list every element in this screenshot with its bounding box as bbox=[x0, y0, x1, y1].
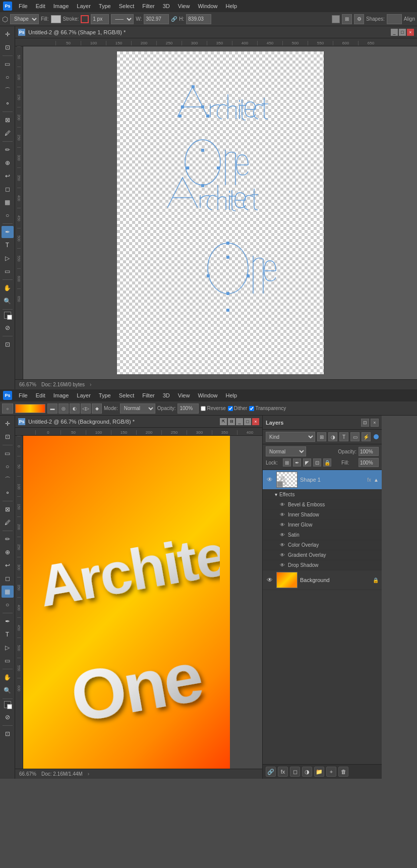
tool-dodge[interactable]: ○ bbox=[2, 209, 14, 221]
width-input[interactable] bbox=[144, 14, 169, 24]
tool-brush-b[interactable]: ✏ bbox=[2, 533, 14, 545]
menu-help-bottom[interactable]: Help bbox=[222, 391, 241, 399]
lock-artboard-btn[interactable]: ⊡ bbox=[313, 458, 321, 467]
tool-zoom-b[interactable]: 🔍 bbox=[2, 684, 14, 697]
tool-hand[interactable]: ✋ bbox=[2, 282, 14, 294]
effect-drop-shadow[interactable]: 👁 Drop Shadow bbox=[263, 560, 382, 570]
foreground-color-b[interactable] bbox=[4, 701, 11, 708]
menu-edit-bottom[interactable]: Edit bbox=[32, 391, 49, 399]
tool-crop-b[interactable]: ⊠ bbox=[2, 503, 14, 515]
layers-kind-select[interactable]: Kind bbox=[266, 432, 315, 442]
settings-icon[interactable]: ⚙ bbox=[354, 14, 364, 24]
tool-type-b[interactable]: T bbox=[2, 628, 14, 641]
tool-history-b[interactable]: ↩ bbox=[2, 559, 14, 571]
tool-marquee-rect-b[interactable]: ▭ bbox=[2, 447, 14, 459]
link-layers-btn[interactable]: 🔗 bbox=[266, 767, 276, 777]
new-fill-layer-btn[interactable]: ◑ bbox=[302, 767, 312, 777]
bottom-win-close[interactable]: × bbox=[252, 418, 259, 425]
top-win-restore[interactable]: □ bbox=[399, 29, 406, 36]
tool-gradient[interactable]: ▦ bbox=[2, 196, 14, 208]
tool-gradient-b[interactable]: ▦ bbox=[2, 586, 14, 598]
tool-shape[interactable]: ▭ bbox=[2, 265, 14, 277]
menu-3d-bottom[interactable]: 3D bbox=[159, 391, 173, 399]
arrange-icon[interactable]: ⊞ bbox=[342, 14, 352, 24]
effects-header[interactable]: ▾ Effects bbox=[263, 490, 382, 500]
menu-window-top[interactable]: Window bbox=[194, 2, 221, 10]
effect-inner-glow[interactable]: 👁 Inner Glow bbox=[263, 520, 382, 530]
menu-help-top[interactable]: Help bbox=[222, 2, 241, 10]
layer-background[interactable]: 👁 Background 🔒 bbox=[263, 570, 382, 590]
tool-marquee-ellipse-b[interactable]: ○ bbox=[2, 460, 14, 473]
tool-pen-b[interactable]: ✒ bbox=[2, 615, 14, 627]
filter-adjust-btn[interactable]: ◑ bbox=[328, 432, 337, 441]
dither-checkbox[interactable] bbox=[228, 406, 233, 411]
tool-hand-b[interactable]: ✋ bbox=[2, 671, 14, 683]
height-input[interactable] bbox=[186, 14, 211, 24]
menu-filter-top[interactable]: Filter bbox=[139, 2, 158, 10]
bottom-canvas[interactable]: Architect One bbox=[23, 436, 230, 769]
lock-image-btn[interactable]: ◤ bbox=[303, 458, 311, 467]
menu-file-top[interactable]: File bbox=[15, 2, 31, 10]
lock-pixel-btn[interactable]: ✒ bbox=[293, 458, 301, 467]
reverse-label[interactable]: Reverse bbox=[201, 406, 225, 411]
gradient-preview[interactable] bbox=[15, 404, 45, 413]
foreground-color[interactable] bbox=[4, 312, 11, 319]
filter-smart-btn[interactable]: ⚡ bbox=[362, 432, 371, 441]
tool-eyedropper-b[interactable]: 🖉 bbox=[2, 516, 14, 529]
effect-inner-shadow[interactable]: 👁 Inner Shadow bbox=[263, 510, 382, 520]
tool-quick-select[interactable]: ⚬ bbox=[2, 97, 14, 109]
tool-artboard-b[interactable]: ⊡ bbox=[2, 431, 14, 443]
bottom-win-expand[interactable]: ⇱ bbox=[220, 418, 227, 425]
tool-eyedropper[interactable]: 🖉 bbox=[2, 127, 14, 139]
fill-swatch[interactable] bbox=[51, 15, 61, 23]
layer-shape1[interactable]: 👁 A Shape 1 fx ▲ bbox=[263, 470, 382, 490]
tool-brush[interactable]: ✏ bbox=[2, 144, 14, 156]
delete-layer-btn[interactable]: 🗑 bbox=[338, 767, 348, 777]
add-layer-style-btn[interactable]: fx bbox=[278, 767, 288, 777]
filter-pixel-btn[interactable]: ⊞ bbox=[317, 432, 326, 441]
filter-shape-btn[interactable]: ▭ bbox=[350, 432, 360, 441]
tool-quickmask-b[interactable]: ⊘ bbox=[2, 711, 14, 723]
bottom-win-restore[interactable]: □ bbox=[244, 418, 251, 425]
gradient-tool-options[interactable]: ⬦ bbox=[2, 403, 13, 414]
effect-bevel-emboss[interactable]: 👁 Bevel & Emboss bbox=[263, 500, 382, 510]
lock-position-btn[interactable]: ⊞ bbox=[283, 458, 291, 467]
menu-layer-top[interactable]: Layer bbox=[73, 2, 94, 10]
tool-quickmask[interactable]: ⊘ bbox=[2, 322, 14, 334]
menu-type-bottom[interactable]: Type bbox=[95, 391, 114, 399]
menu-select-top[interactable]: Select bbox=[115, 2, 138, 10]
tool-eraser[interactable]: ◻ bbox=[2, 183, 14, 195]
top-win-close[interactable]: × bbox=[407, 29, 414, 36]
tool-quick-select-b[interactable]: ⚬ bbox=[2, 487, 14, 499]
bottom-status-arrow[interactable]: › bbox=[88, 771, 89, 777]
gradient-linear-btn[interactable]: ▬ bbox=[47, 403, 57, 414]
layers-panel-expand[interactable]: ⊡ bbox=[361, 419, 369, 427]
menu-layer-bottom[interactable]: Layer bbox=[73, 391, 94, 399]
menu-image-top[interactable]: Image bbox=[50, 2, 73, 10]
tool-type[interactable]: T bbox=[2, 239, 14, 251]
transparency-checkbox[interactable] bbox=[249, 406, 254, 411]
menu-select-bottom[interactable]: Select bbox=[115, 391, 138, 399]
menu-view-top[interactable]: View bbox=[174, 2, 194, 10]
bottom-win-minimize[interactable]: _ bbox=[236, 418, 243, 425]
tool-artboard[interactable]: ⊡ bbox=[2, 41, 14, 53]
effect-vis-inner-glow[interactable]: 👁 bbox=[279, 522, 286, 529]
tool-zoom[interactable]: 🔍 bbox=[2, 295, 14, 307]
layers-panel-close[interactable]: × bbox=[371, 419, 379, 427]
stroke-value-input[interactable] bbox=[91, 14, 109, 24]
mode-select[interactable]: Normal bbox=[120, 403, 155, 414]
tool-screenmode-b[interactable]: ⊡ bbox=[2, 728, 14, 740]
layer-expand-arrow[interactable]: ▲ bbox=[374, 477, 379, 483]
layer-visibility-shape1[interactable]: 👁 bbox=[266, 476, 274, 484]
menu-edit-top[interactable]: Edit bbox=[32, 2, 49, 10]
tool-screenmode[interactable]: ⊡ bbox=[2, 338, 14, 351]
menu-filter-bottom[interactable]: Filter bbox=[139, 391, 158, 399]
top-status-arrow[interactable]: › bbox=[90, 382, 91, 387]
effect-vis-drop-shadow[interactable]: 👁 bbox=[279, 562, 286, 569]
menu-type-top[interactable]: Type bbox=[95, 2, 114, 10]
gradient-reflect-btn[interactable]: ◁▷ bbox=[81, 403, 91, 414]
top-win-minimize[interactable]: _ bbox=[391, 29, 398, 36]
tool-clone[interactable]: ⊕ bbox=[2, 157, 14, 169]
dither-label[interactable]: Dither bbox=[228, 406, 248, 411]
tool-move-b[interactable]: ✛ bbox=[2, 418, 14, 430]
